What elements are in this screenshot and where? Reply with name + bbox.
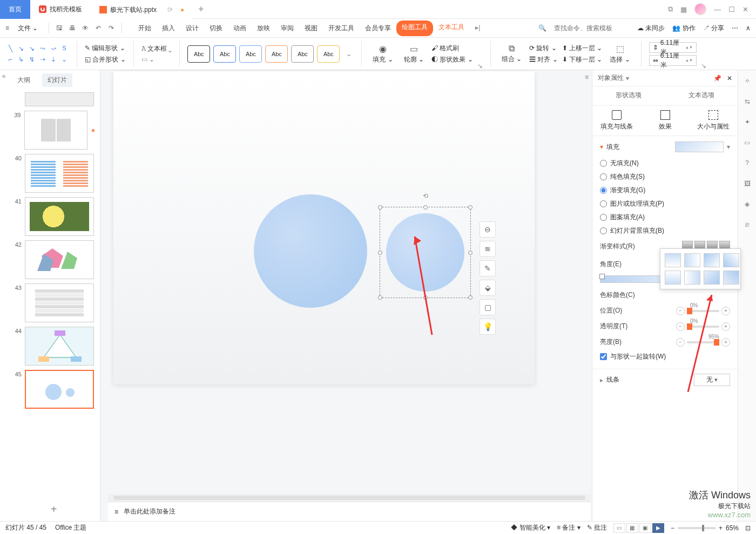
tab-text-tools[interactable]: 文本工具 xyxy=(433,21,470,36)
eyedropper-icon[interactable]: ✎ xyxy=(480,260,496,276)
tab-start[interactable]: 开始 xyxy=(133,21,157,36)
tab-design[interactable]: 设计 xyxy=(180,21,204,36)
zoom-in[interactable]: + xyxy=(719,524,723,532)
slideshow-button[interactable]: ▶ xyxy=(652,523,664,533)
gradient-preset[interactable] xyxy=(723,271,739,285)
dec-button[interactable]: − xyxy=(676,322,685,331)
slide-thumb[interactable] xyxy=(25,92,94,106)
zoom-tool-icon[interactable]: ⊖ xyxy=(480,221,496,238)
dec-button[interactable]: − xyxy=(676,338,685,347)
fit-to-window[interactable]: ⊡ xyxy=(745,524,751,532)
shape-options-tab[interactable]: 形状选项 xyxy=(592,86,665,105)
style-swatch[interactable]: Abc xyxy=(187,45,210,63)
gradient-preset[interactable] xyxy=(684,253,700,267)
collapse-panel-button[interactable]: « xyxy=(0,70,8,521)
rotation-handle[interactable]: ⟲ xyxy=(423,192,428,200)
horizontal-scrollbar[interactable] xyxy=(108,494,591,502)
more-menu[interactable]: ⋯ xyxy=(732,24,738,32)
shape-effects-button[interactable]: ◐ 形状效果 ⌄ xyxy=(431,55,473,64)
inc-button[interactable]: + xyxy=(721,307,730,315)
crop-tool-icon[interactable]: ▢ xyxy=(480,299,496,315)
layers-tool-icon[interactable]: ≋ xyxy=(480,241,496,257)
gradient-preset[interactable] xyxy=(723,253,739,267)
style-swatch[interactable]: Abc xyxy=(291,45,314,63)
line-section[interactable]: ▸线条 无 ▾ xyxy=(592,369,738,390)
side-tool-icon[interactable]: ? xyxy=(742,158,753,168)
coop-button[interactable]: 👥 协作 xyxy=(672,24,695,33)
effects-tab[interactable]: 效果 xyxy=(641,106,690,136)
slide-thumb[interactable] xyxy=(25,283,94,322)
inc-button[interactable]: + xyxy=(721,338,730,347)
style-swatch[interactable]: Abc xyxy=(317,45,340,63)
side-tool-icon[interactable]: ▭ xyxy=(742,137,753,148)
zoom-control[interactable]: − + 65% xyxy=(671,524,739,532)
share-button[interactable]: ↗ 分享 xyxy=(703,24,724,33)
size-dialog-launcher[interactable]: ↘ xyxy=(701,62,706,70)
slide-thumb[interactable] xyxy=(25,197,94,236)
add-tab-button[interactable]: + xyxy=(193,4,209,15)
slide-thumb[interactable] xyxy=(24,111,88,150)
line-select[interactable]: 无 ▾ xyxy=(694,374,730,386)
zoom-value[interactable]: 65% xyxy=(726,524,739,532)
tab-templates[interactable]: 找稻壳模板 xyxy=(30,0,91,19)
reading-view[interactable]: ▣ xyxy=(639,523,651,533)
outline-button[interactable]: ▭轮廓 ⌄ xyxy=(401,43,427,65)
tab-slideshow[interactable]: 放映 xyxy=(252,21,275,36)
gradient-preset[interactable] xyxy=(684,271,700,285)
inc-button[interactable]: + xyxy=(721,322,730,331)
close-task-pane[interactable]: ≡ xyxy=(585,73,589,81)
side-tool-icon[interactable]: 🖼 xyxy=(742,178,753,189)
tab-view[interactable]: 视图 xyxy=(299,21,323,36)
tab-transition[interactable]: 切换 xyxy=(204,21,228,36)
undo-icon[interactable]: ↶ xyxy=(93,23,103,33)
text-options-tab[interactable]: 文本选项 xyxy=(665,86,738,105)
bring-forward-button[interactable]: ⬆ 上移一层 ⌄ xyxy=(562,44,603,53)
pin-icon[interactable]: 📌 xyxy=(713,75,721,82)
line-shapes-gallery[interactable]: ╲↘↘⤳⤻Ｓ ⌐↳↯⇢⇣⌄ xyxy=(5,44,69,64)
beautify-button[interactable]: ◆ 智能美化 ▾ xyxy=(511,523,550,532)
send-backward-button[interactable]: ⬇ 下移一层 ⌄ xyxy=(562,55,603,64)
tab-dev[interactable]: 开发工具 xyxy=(323,21,360,36)
slide-thumb-selected[interactable] xyxy=(25,370,94,409)
fill-gradient[interactable]: 渐变填充(G) xyxy=(600,184,730,197)
fill-button[interactable]: ◉填充 ⌄ xyxy=(369,43,396,65)
style-swatch[interactable]: Abc xyxy=(239,45,262,63)
slide-thumb[interactable] xyxy=(25,154,94,193)
print-icon[interactable]: 🖶 xyxy=(68,23,77,33)
fill-slidebg[interactable]: 幻灯片背景填充(B) xyxy=(600,224,730,238)
menu-icon[interactable]: ≡ xyxy=(5,24,9,32)
slide-thumb[interactable] xyxy=(25,240,94,279)
zoom-out[interactable]: − xyxy=(671,524,674,532)
redo-icon[interactable]: ↷ xyxy=(106,23,116,33)
group-button[interactable]: ⧉组合 ⌄ xyxy=(498,43,525,65)
notes-pane[interactable]: ≡ 单击此处添加备注 xyxy=(108,502,591,521)
fill-none[interactable]: 无填充(N) xyxy=(600,157,730,170)
file-menu[interactable]: 文件 ⌄ xyxy=(12,22,43,35)
format-dialog-launcher[interactable]: ↘ xyxy=(477,62,483,70)
align-button[interactable]: ☰ 对齐 ⌄ xyxy=(529,55,558,64)
side-tool-icon[interactable]: ⇆ xyxy=(742,96,753,107)
normal-view[interactable]: ▭ xyxy=(613,523,625,533)
save-icon[interactable]: 🖫 xyxy=(55,23,64,33)
outline-tab[interactable]: 大纲 xyxy=(12,73,36,87)
fill-preview[interactable] xyxy=(675,141,724,152)
dec-button[interactable]: − xyxy=(676,307,685,315)
preview-icon[interactable]: 👁 xyxy=(80,23,90,33)
comments-toggle[interactable]: ✎ 批注 xyxy=(587,523,607,532)
notes-toggle[interactable]: ≡ 备注 ▾ xyxy=(557,523,580,532)
minimize-button[interactable]: — xyxy=(714,5,721,13)
format-painter-button[interactable]: 🖌 格式刷 xyxy=(431,44,473,53)
style-gallery-more[interactable]: ⌄ xyxy=(344,50,354,58)
textbox-more[interactable]: ▭ ⌄ xyxy=(141,56,172,63)
gradient-preset[interactable] xyxy=(665,253,681,267)
rotate-with-shape[interactable]: 与形状一起旋转(W) xyxy=(600,350,730,363)
select-button[interactable]: ⬚选择 ⌄ xyxy=(606,43,633,65)
collapse-ribbon[interactable]: ∧ xyxy=(746,24,751,32)
fill-tool-icon[interactable]: ⬙ xyxy=(480,280,496,296)
gradient-preset[interactable] xyxy=(704,253,720,267)
side-tool-icon[interactable]: ⎚ xyxy=(742,219,753,230)
side-tool-icon[interactable]: ◈ xyxy=(742,199,753,209)
sync-status[interactable]: ☁ 未同步 xyxy=(637,24,665,33)
fill-pattern[interactable]: 图案填充(A) xyxy=(600,211,730,224)
close-panel-icon[interactable]: ✕ xyxy=(727,75,732,82)
